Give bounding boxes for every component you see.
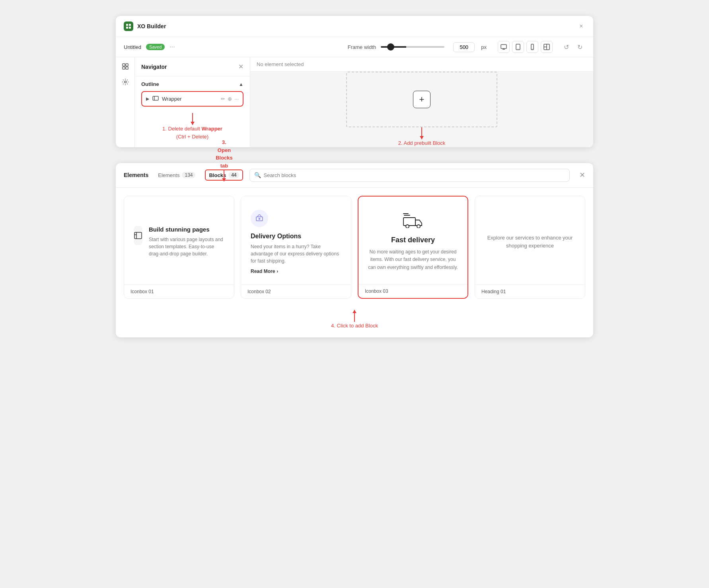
undo-button[interactable]: ↺ bbox=[561, 41, 572, 53]
canvas-wrapper: No element selected + 2. Add prebuilt Bl… bbox=[250, 57, 593, 147]
doc-title: Untitled bbox=[124, 44, 141, 50]
iconbox01-icon bbox=[134, 226, 142, 245]
annotation1-container: 1. Delete default Wrapper (Ctrl + Delete… bbox=[141, 113, 243, 140]
close-button[interactable]: × bbox=[577, 22, 585, 30]
iconbox01-title: Build stunning pages bbox=[149, 226, 224, 233]
wrapper-expand-icon[interactable]: ▶ bbox=[146, 96, 149, 101]
svg-point-10 bbox=[532, 49, 532, 49]
elements-toolbar: Elements Elements 134 Blocks 44 3. Open … bbox=[116, 163, 593, 188]
iconbox02-link[interactable]: Read More › bbox=[251, 269, 278, 274]
svg-point-8 bbox=[518, 49, 518, 49]
svg-point-27 bbox=[406, 225, 409, 228]
tab-blocks[interactable]: Blocks 44 3. Open Blocks tab bbox=[205, 169, 243, 181]
svg-rect-15 bbox=[126, 64, 128, 66]
block-preview-iconbox03: Fast delivery No more waiting ages to ge… bbox=[358, 197, 467, 284]
svg-point-25 bbox=[259, 218, 260, 219]
block-label-iconbox03: Iconbox 03 bbox=[358, 284, 467, 298]
svg-rect-4 bbox=[501, 45, 506, 49]
iconbox02-title: Delivery Options bbox=[251, 233, 301, 240]
annotation2-arrow bbox=[421, 127, 422, 139]
svg-point-28 bbox=[417, 225, 420, 228]
editor-layout: Navigator ✕ Outline ▲ ▶ Wrapper ✏ ⊕ bbox=[116, 57, 593, 147]
annotation4-arrow bbox=[354, 310, 355, 322]
view-icons-group bbox=[498, 41, 553, 53]
annotation3-text: 3. Open Blocks tab bbox=[215, 138, 233, 169]
outline-section: Outline ▲ ▶ Wrapper ✏ ⊕ ··· bbox=[135, 76, 250, 147]
frame-width-slider-container bbox=[381, 46, 444, 48]
block-preview-iconbox02: Delivery Options Need your items in a hu… bbox=[241, 196, 351, 284]
undo-redo-group: ↺ ↻ bbox=[561, 41, 585, 53]
grid-layout-icon[interactable] bbox=[122, 63, 129, 72]
svg-rect-2 bbox=[126, 27, 128, 29]
block-card-iconbox03[interactable]: Fast delivery No more waiting ages to ge… bbox=[358, 196, 468, 299]
svg-rect-1 bbox=[129, 24, 131, 26]
iconbox03-desc: No more waiting ages to get your desired… bbox=[368, 248, 458, 271]
annotation3-container: 3. Open Blocks tab bbox=[215, 138, 233, 181]
annotation4-text: 4. Click to add Block bbox=[331, 322, 378, 330]
search-icon: 🔍 bbox=[254, 172, 261, 178]
navigator-title: Navigator bbox=[141, 64, 167, 70]
blocks-bottom-panel: Elements Elements 134 Blocks 44 3. Open … bbox=[116, 163, 593, 338]
block-label-iconbox02: Iconbox 02 bbox=[241, 284, 351, 298]
navigator-header: Navigator ✕ bbox=[135, 57, 250, 76]
iconbox01-desc: Start with various page layouts and sect… bbox=[149, 236, 224, 257]
add-block-button[interactable]: + bbox=[413, 91, 430, 108]
svg-rect-0 bbox=[126, 24, 128, 26]
svg-rect-14 bbox=[123, 64, 125, 66]
annotation1-arrow bbox=[192, 113, 193, 125]
svg-rect-21 bbox=[134, 232, 142, 239]
titlebar: XO Builder × bbox=[116, 16, 593, 37]
outline-chevron-icon[interactable]: ▲ bbox=[239, 82, 243, 87]
svg-rect-19 bbox=[153, 96, 158, 100]
svg-rect-24 bbox=[256, 217, 263, 221]
search-input[interactable] bbox=[249, 169, 570, 182]
svg-point-18 bbox=[124, 81, 126, 83]
more-options-button[interactable]: ··· bbox=[169, 43, 175, 51]
block-card-heading01[interactable]: Explore our services to enhance your sho… bbox=[475, 196, 585, 299]
layout-view-button[interactable] bbox=[541, 41, 553, 53]
iconbox02-desc: Need your items in a hurry? Take advanta… bbox=[251, 243, 341, 265]
wrapper-edit-icon[interactable]: ✏ bbox=[221, 96, 225, 102]
canvas-content: + 2. Add prebuilt Block bbox=[250, 72, 593, 147]
search-wrapper: 🔍 bbox=[249, 169, 570, 182]
wrapper-label: Wrapper bbox=[162, 96, 218, 102]
redo-button[interactable]: ↻ bbox=[574, 41, 585, 53]
outline-header: Outline ▲ bbox=[141, 81, 243, 87]
mobile-view-button[interactable] bbox=[526, 41, 538, 53]
no-element-text: No element selected bbox=[257, 61, 304, 67]
tablet-view-button[interactable] bbox=[512, 41, 524, 53]
heading01-desc: Explore our services to enhance your sho… bbox=[485, 234, 575, 249]
annotation2-container: 2. Add prebuilt Block bbox=[398, 127, 446, 147]
panel-close-button[interactable]: ✕ bbox=[579, 171, 585, 179]
tab-elements[interactable]: Elements 134 bbox=[155, 170, 199, 180]
iconbox03-icon bbox=[403, 212, 423, 230]
px-unit-label: px bbox=[481, 44, 487, 50]
saved-badge: Saved bbox=[146, 44, 165, 50]
tab-elements-label: Elements bbox=[158, 172, 179, 178]
svg-rect-3 bbox=[129, 27, 131, 29]
blocks-grid: Build stunning pages Start with various … bbox=[116, 188, 593, 307]
navigator-close-button[interactable]: ✕ bbox=[238, 63, 243, 70]
wrapper-row[interactable]: ▶ Wrapper ✏ ⊕ ··· bbox=[141, 91, 243, 107]
annotation1-text: 1. Delete default Wrapper (Ctrl + Delete… bbox=[162, 125, 222, 140]
svg-rect-26 bbox=[403, 218, 415, 226]
svg-rect-16 bbox=[123, 67, 125, 69]
wrapper-add-icon[interactable]: ⊕ bbox=[228, 96, 232, 102]
iconbox03-title: Fast delivery bbox=[391, 236, 435, 244]
block-card-iconbox01[interactable]: Build stunning pages Start with various … bbox=[124, 196, 234, 299]
block-label-iconbox01: Iconbox 01 bbox=[124, 284, 234, 298]
settings-icon[interactable] bbox=[122, 78, 129, 88]
iconbox02-icon bbox=[251, 210, 268, 227]
block-preview-iconbox01: Build stunning pages Start with various … bbox=[124, 196, 234, 284]
frame-width-input[interactable]: 500 bbox=[453, 42, 475, 52]
builder-top-panel: XO Builder × Untitled Saved ··· Frame wi… bbox=[116, 16, 593, 147]
frame-width-slider[interactable] bbox=[381, 46, 444, 48]
wrapper-component-icon bbox=[152, 95, 159, 103]
annotation2-text: 2. Add prebuilt Block bbox=[398, 139, 446, 147]
main-toolbar: Untitled Saved ··· Frame width 500 px ↺ bbox=[116, 37, 593, 57]
block-card-iconbox02[interactable]: Delivery Options Need your items in a hu… bbox=[241, 196, 351, 299]
outline-title: Outline bbox=[141, 81, 159, 87]
block-preview-heading01: Explore our services to enhance your sho… bbox=[475, 196, 585, 284]
desktop-view-button[interactable] bbox=[498, 41, 510, 53]
wrapper-more-icon[interactable]: ··· bbox=[234, 96, 239, 102]
